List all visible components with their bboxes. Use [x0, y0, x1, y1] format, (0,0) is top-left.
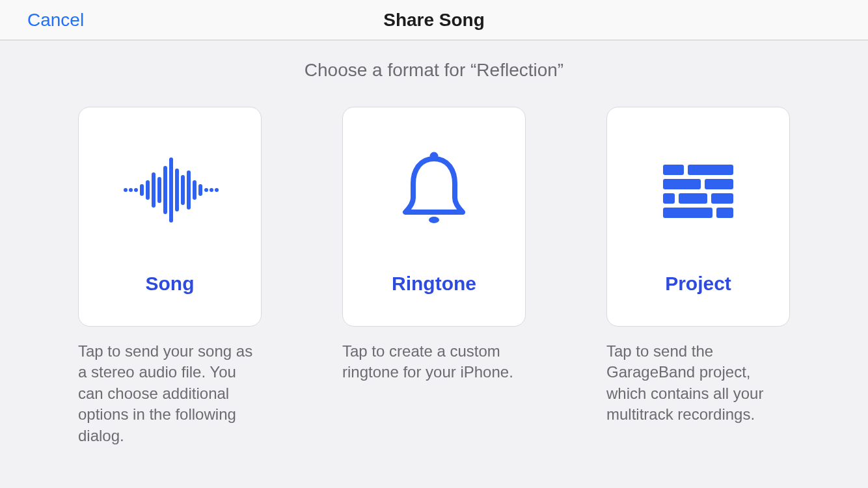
svg-point-16	[215, 188, 219, 192]
format-options-row: Song Tap to send your song as a stereo a…	[0, 107, 868, 446]
svg-rect-5	[152, 172, 156, 208]
bell-icon	[343, 107, 525, 273]
content: Choose a format for “Reflection”	[0, 40, 868, 446]
svg-rect-26	[663, 208, 712, 218]
svg-rect-8	[169, 157, 173, 223]
option-project-desc: Tap to send the GarageBand project, whic…	[606, 341, 790, 426]
svg-rect-10	[181, 175, 185, 205]
svg-rect-19	[663, 165, 684, 175]
svg-rect-11	[187, 170, 191, 210]
option-song-desc: Tap to send your song as a stereo audio …	[78, 341, 262, 446]
svg-rect-12	[193, 180, 197, 200]
svg-point-14	[204, 188, 208, 192]
option-ringtone-card[interactable]: Ringtone	[342, 107, 526, 327]
option-song-title: Song	[146, 273, 195, 295]
svg-point-0	[124, 188, 128, 192]
option-song-card[interactable]: Song	[78, 107, 262, 327]
waveform-icon	[79, 107, 261, 273]
svg-rect-22	[705, 179, 733, 189]
svg-point-15	[210, 188, 213, 192]
svg-rect-20	[688, 165, 733, 175]
option-ringtone: Ringtone Tap to create a custom ringtone…	[342, 107, 526, 446]
svg-point-2	[134, 188, 138, 192]
svg-point-17	[429, 217, 439, 223]
option-project-title: Project	[665, 273, 731, 295]
navbar: Cancel Share Song	[0, 0, 868, 40]
option-ringtone-desc: Tap to create a custom ringtone for your…	[342, 341, 526, 383]
option-project-card[interactable]: Project	[606, 107, 790, 327]
format-prompt-label: Choose a format for “Reflection”	[0, 60, 868, 81]
svg-rect-9	[175, 169, 179, 211]
option-ringtone-title: Ringtone	[392, 273, 476, 295]
option-song: Song Tap to send your song as a stereo a…	[78, 107, 262, 446]
svg-rect-27	[716, 208, 733, 218]
svg-rect-4	[146, 180, 150, 200]
svg-rect-3	[140, 184, 144, 196]
svg-rect-21	[663, 179, 701, 189]
svg-rect-7	[163, 166, 167, 214]
tracks-icon	[607, 107, 789, 273]
page-title: Share Song	[0, 10, 868, 31]
option-project: Project Tap to send the GarageBand proje…	[606, 107, 790, 446]
svg-point-1	[129, 188, 133, 192]
svg-rect-25	[711, 193, 733, 204]
cancel-button[interactable]: Cancel	[0, 10, 84, 31]
svg-rect-23	[663, 193, 675, 204]
svg-rect-6	[157, 177, 161, 203]
svg-rect-24	[679, 193, 707, 204]
svg-rect-13	[198, 184, 202, 196]
